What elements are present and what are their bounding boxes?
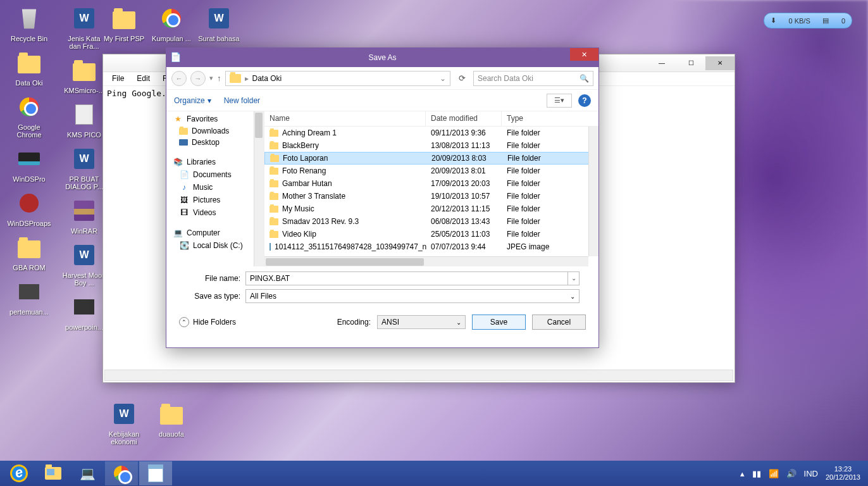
taskbar-notepad[interactable] [139,461,172,485]
tray-up-icon[interactable]: ▴ [740,469,745,478]
desktop-icon-recycle[interactable]: Recycle Bin [6,3,52,42]
desktop-icon-windsproaps[interactable]: WinDSProaps [6,188,52,227]
desktop-icon-kumpulan[interactable]: Kumpulan ... [149,3,194,42]
file-row[interactable]: Mother 3 Translate 19/10/2013 10:57 File… [264,190,598,202]
file-row[interactable]: Foto Laporan 20/09/2013 8:03 File folder [264,152,598,165]
desktop-icon-jeniskata[interactable]: WJenis Kata dan Fra... [61,3,107,50]
tree-favorites[interactable]: ★Favorites [166,111,264,125]
save-button[interactable]: Save [472,315,526,330]
cancel-button[interactable]: Cancel [532,315,586,330]
file-date: 20/09/2013 8:03 [426,154,502,163]
desktop-icon-windspro[interactable]: WinDSPro [6,144,52,183]
close-button[interactable]: ✕ [570,48,598,61]
desktop-icon-powerpoin[interactable]: powerpoin... [61,292,107,331]
desktop-icon-kebijakan[interactable]: WKebijakan ekonomi [101,399,147,446]
new-folder-button[interactable]: New folder [224,96,260,105]
minimize-button[interactable]: — [647,56,676,70]
file-name: Smadav 2013 Rev. 9.3 [282,217,359,226]
tree-desktop[interactable]: Desktop [166,137,264,148]
tray-battery-icon[interactable]: ▮▮ [752,469,761,478]
hide-folders-button[interactable]: ⌃ Hide Folders [179,317,236,327]
notepad-icon: 📄 [170,52,181,62]
chevron-down-icon[interactable]: ⌄ [440,74,446,83]
taskbar-ie[interactable] [3,461,35,485]
tree-videos[interactable]: 🎞Videos [166,206,264,219]
desktop-icon-dataoki[interactable]: Data Oki [6,47,52,87]
file-type: File folder [502,141,598,150]
close-button[interactable]: ✕ [705,56,735,70]
documents-icon: 📄 [179,170,189,180]
tree-localdisk[interactable]: 💽Local Disk (C:) [166,239,264,252]
taskbar-laptop[interactable]: 💻 [71,461,104,485]
file-name: 1014112_351151764987428_1039499747_n [275,242,426,251]
refresh-button[interactable]: ⟳ [454,71,469,86]
tray-volume-icon[interactable]: 🔊 [786,469,797,478]
tree-libraries[interactable]: 📚Libraries [166,154,264,168]
search-input[interactable]: Search Data Oki 🔍 [473,71,593,86]
savetype-label: Save as type: [185,292,245,301]
filename-dropdown-icon[interactable]: ⌄ [568,271,580,285]
file-row[interactable]: Foto Renang 20/09/2013 8:01 File folder [264,165,598,177]
menu-file[interactable]: File [107,73,129,84]
file-row[interactable]: Smadav 2013 Rev. 9.3 06/08/2013 13:43 Fi… [264,215,598,228]
desktop-icon-gbarom[interactable]: GBA ROM [6,232,52,271]
folder-icon [270,142,278,149]
list-vscroll[interactable] [588,127,598,256]
column-date[interactable]: Date modified [426,111,502,126]
file-name: Foto Laporan [283,154,328,163]
desktop-icon-winrar[interactable]: WinRAR [61,196,107,235]
tree-scrollbar[interactable] [254,111,264,266]
address-bar[interactable]: ▸ Data Oki ⌄ [225,71,451,86]
navigation-tree: ★Favorites Downloads Desktop 📚Libraries … [166,111,264,266]
taskbar-chrome[interactable] [105,461,138,485]
image-icon [270,243,271,251]
desktop-icon-myfirstpsp[interactable]: My First PSP [101,3,147,42]
tray-language[interactable]: IND [804,469,818,478]
back-button[interactable]: ← [171,71,187,86]
netspeed-widget[interactable]: ⬇ 0 KB/S ▤ 0 [764,13,852,28]
forward-button[interactable]: → [190,71,206,86]
file-row[interactable]: Aching Dream 1 09/11/2013 9:36 File fold… [264,127,598,139]
taskbar-explorer[interactable] [37,461,70,485]
chevron-down-icon: ⌄ [456,319,461,326]
desktop-icon-pertemuan[interactable]: pertemuan... [6,277,52,316]
tree-computer[interactable]: 💻Computer [166,225,264,239]
file-row[interactable]: Gambar Hutan 17/09/2013 20:03 File folde… [264,177,598,190]
folder-icon [230,74,241,83]
column-name[interactable]: Name [264,111,426,126]
folder-icon [270,130,278,137]
menu-edit[interactable]: Edit [132,73,155,84]
folder-icon [270,168,278,175]
desktop-icon-harvest[interactable]: WHarvest Moon Boy ... [61,240,107,287]
saveas-titlebar[interactable]: 📄 Save As ✕ [166,48,598,67]
organize-button[interactable]: Organize ▾ [174,96,211,105]
desktop-icon-suratbahasa[interactable]: WSurat bahasa [196,3,242,42]
list-hscroll[interactable] [264,256,588,266]
column-type[interactable]: Type [502,111,598,126]
maximize-button[interactable]: ☐ [676,56,705,70]
up-button[interactable]: ↑ [217,73,221,83]
desktop-icon-kmsmicro[interactable]: KMSmicro-... [61,55,107,94]
desktop-icon-prbuat[interactable]: WPR BUAT DIALOG P... [61,144,107,190]
desktop-icon-duaufa[interactable]: duauofa [149,399,194,438]
file-row[interactable]: My Music 20/12/2013 11:15 File folder [264,202,598,215]
tree-downloads[interactable]: Downloads [166,125,264,137]
view-button[interactable]: ☰▾ [547,94,572,108]
tray-wifi-icon[interactable]: 📶 [769,469,779,478]
tree-documents[interactable]: 📄Documents [166,168,264,181]
taskbar-clock[interactable]: 13:23 20/12/2013 [826,465,860,482]
encoding-select[interactable]: ANSI⌄ [377,315,466,329]
help-button[interactable]: ? [578,94,591,107]
breadcrumb-current[interactable]: Data Oki [252,74,282,83]
notepad-hscroll[interactable] [104,370,733,381]
desktop-icon-kmspico[interactable]: KMS PICO [61,99,107,139]
file-row[interactable]: Video Klip 25/05/2013 11:03 File folder [264,228,598,240]
savetype-select[interactable]: All Files⌄ [245,289,580,303]
filename-input[interactable] [245,271,568,285]
tree-music[interactable]: ♪Music [166,181,264,194]
recent-dropdown-icon[interactable]: ▾ [209,74,213,82]
file-row[interactable]: 1014112_351151764987428_1039499747_n 07/… [264,240,598,253]
desktop-icon-gchrome[interactable]: Google Chrome [6,92,52,139]
file-row[interactable]: BlackBerry 13/08/2013 11:13 File folder [264,139,598,152]
tree-pictures[interactable]: 🖼Pictures [166,194,264,206]
